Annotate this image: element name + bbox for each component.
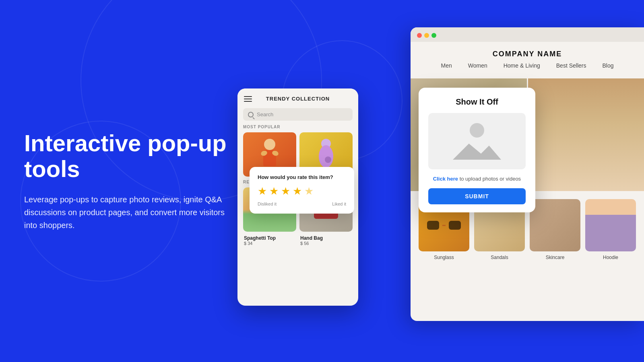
rating-question: How would you rate this item? [258, 174, 346, 180]
stars-row: ★ ★ ★ ★ ★ [258, 185, 346, 197]
site-nav: Men Women Home & Living Best Sellers Blo… [411, 58, 644, 74]
nav-item-best-sellers[interactable]: Best Sellers [556, 62, 586, 69]
site-header: COMPANY NAME Men Women Home & Living Bes… [411, 42, 644, 78]
hoodie-product-img[interactable] [585, 199, 636, 251]
headline: Interactive pop-up tools [24, 130, 233, 182]
upload-area[interactable] [428, 113, 526, 169]
svg-marker-7 [453, 144, 501, 160]
upload-instructions: Click here to upload photos or videos [428, 176, 526, 182]
submit-button[interactable]: SUBMIT [428, 188, 526, 204]
nav-item-women[interactable]: Women [468, 62, 487, 69]
nav-item-men[interactable]: Men [441, 62, 452, 69]
show-it-off-popup: Show It Off Click here to upload photos … [419, 88, 535, 212]
svg-point-6 [325, 156, 331, 163]
product-info: Spaghetti Top $ 34 [243, 234, 296, 247]
search-icon [248, 112, 254, 117]
star-1[interactable]: ★ [258, 185, 267, 197]
placeholder-mountain-icon [453, 136, 501, 160]
sandals-label: Sandals [491, 255, 508, 260]
upload-link[interactable]: Click here [433, 176, 458, 182]
table-row: Hoodie [585, 199, 636, 260]
product-price: $ 56 [300, 241, 352, 246]
star-3[interactable]: ★ [281, 185, 290, 197]
nav-item-blog[interactable]: Blog [602, 62, 613, 69]
mobile-app-title: TRENDY COLLECTION [266, 96, 330, 102]
star-2[interactable]: ★ [269, 185, 279, 197]
hoodie-label: Hoodie [603, 255, 618, 260]
hamburger-menu-icon[interactable] [244, 96, 252, 102]
upload-placeholder-icon [453, 123, 501, 160]
upload-text-suffix: to upload photos or videos [458, 176, 521, 182]
popup-title: Show It Off [428, 97, 526, 107]
nav-item-home-living[interactable]: Home & Living [504, 62, 540, 69]
mobile-search-bar[interactable]: Search [243, 108, 353, 121]
search-placeholder-text: Search [257, 111, 273, 117]
minimize-window-button[interactable] [424, 33, 429, 38]
sunglass-label: Sunglass [434, 255, 454, 260]
sunglass-illustration [427, 221, 461, 230]
product-price: $ 34 [244, 241, 295, 246]
liked-label: Liked it [332, 202, 346, 206]
product-name: Hand Bag [300, 235, 352, 241]
rating-labels: Disliked it Liked it [258, 202, 346, 206]
description: Leverage pop-ups to capture photo review… [24, 193, 233, 232]
svg-point-0 [264, 139, 275, 150]
disliked-label: Disliked it [258, 202, 277, 206]
mobile-header: TRENDY COLLECTION [237, 88, 358, 106]
svg-point-5 [319, 145, 333, 168]
left-content: Interactive pop-up tools Leverage pop-up… [24, 130, 233, 232]
product-info: Hand Bag $ 56 [299, 234, 353, 247]
rating-popup: How would you rate this item? ★ ★ ★ ★ ★ … [250, 167, 354, 214]
maximize-window-button[interactable] [431, 33, 436, 38]
company-name: COMPANY NAME [411, 50, 644, 58]
hero-image-2 [528, 78, 644, 191]
table-row: Skincare [530, 199, 580, 260]
browser-chrome [411, 27, 644, 42]
most-popular-label: MOST POPULAR [237, 125, 358, 132]
close-window-button[interactable] [417, 33, 422, 38]
traffic-lights [417, 33, 436, 38]
product-name: Spaghetti Top [244, 235, 295, 241]
skincare-label: Skincare [546, 255, 565, 260]
star-4[interactable]: ★ [293, 185, 302, 197]
skincare-product-img[interactable] [530, 199, 580, 251]
star-5[interactable]: ★ [304, 185, 314, 197]
